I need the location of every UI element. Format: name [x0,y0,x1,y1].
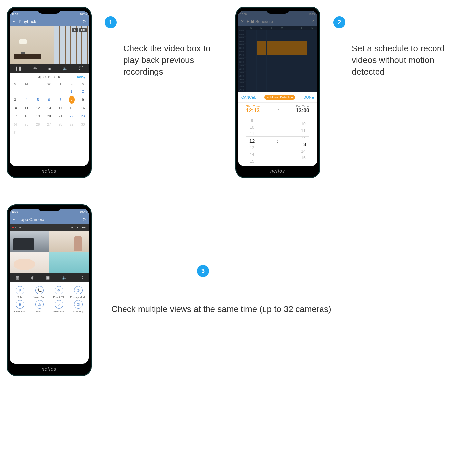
calendar-day[interactable]: 19 [32,112,43,120]
fullscreen-icon[interactable]: ⛶ [79,275,83,280]
phone-brand: neffos [10,364,89,373]
record-icon[interactable]: ▣ [48,66,51,71]
pause-icon[interactable]: ❚❚ [15,66,22,71]
phone-brand: neffos [10,166,89,175]
speed-badge[interactable]: 1x [72,28,78,32]
feature-privacy-mode[interactable]: ⊘Privacy Mode [69,286,87,299]
month-label: 2019-3 [43,75,55,79]
phone-multiview: 12:30 100% ← Tapo Camera ⚙ LIVE AUTO HD [7,204,92,376]
player-toolbar: ❚❚ ◎ ▣ 🔈 ⛶ [10,64,89,73]
feature-pan-&-tilt[interactable]: ✥Pan & Tilt [50,286,68,299]
calendar-day[interactable]: 25 [21,120,32,129]
done-button[interactable]: DONE [303,95,314,99]
hd-badge[interactable]: HD [82,226,86,229]
time-wheel[interactable]: 9101112131415 : 101112131415 [238,116,317,166]
title: Edit Schedule [247,19,273,24]
camera-tile[interactable] [49,252,89,274]
calendar-day[interactable]: 8 [69,96,75,104]
calendar-day[interactable]: 11 [21,104,32,112]
calendar-day[interactable]: 23 [77,112,89,120]
grid-icon[interactable]: ▦ [15,275,19,280]
title: Tapo Camera [19,217,44,222]
camera-tile[interactable] [10,252,49,274]
titlebar-schedule: ✕ Edit Schedule ✓ [238,17,317,26]
calendar-day[interactable]: 14 [55,104,66,112]
cancel-button[interactable]: CANCEL [241,95,256,99]
calendar-day[interactable]: 9 [77,96,89,104]
motion-chip[interactable]: ✦ Motion Detection [264,95,295,100]
feature-voice-call[interactable]: 📞Voice Call [30,286,48,299]
gear-icon[interactable]: ⚙ [82,217,86,222]
calendar-day[interactable]: 4 [21,96,32,104]
feature-memory[interactable]: ⊡Memory [69,300,87,313]
calendar-day [43,129,55,137]
fullscreen-icon[interactable]: ⛶ [79,66,83,71]
calendar-grid[interactable]: SMTWTFS123456789101112131415161718192021… [10,81,89,137]
calendar-day[interactable]: 5 [32,96,43,104]
calendar-day[interactable]: 13 [43,104,55,112]
titlebar-playback: ← Playback ⚙ [10,17,89,26]
check-icon[interactable]: ✓ [311,19,315,24]
dow-header: T [32,81,43,87]
speaker-icon[interactable]: 🔈 [62,275,67,280]
step-badge-1: 1 [105,16,117,28]
calendar-day[interactable]: 21 [55,112,66,120]
start-value[interactable]: 12:13 [246,108,260,114]
camera-tile[interactable] [49,230,89,252]
calendar-day [21,129,32,137]
camera-tile[interactable] [10,230,49,252]
camera-grid[interactable] [10,230,89,273]
feature-alerts[interactable]: ⚠Alerts [30,300,48,313]
end-value[interactable]: 13:00 [296,108,309,114]
time-row: Start Time 12:13 → End Time 13:00 [238,103,317,116]
back-icon[interactable]: ← [12,217,16,222]
speaker-icon[interactable]: 🔈 [63,66,68,71]
camera-icon[interactable]: ◎ [33,66,37,71]
calendar-day[interactable]: 10 [10,104,21,112]
record-icon[interactable]: ▣ [46,275,50,280]
schedule-grid[interactable]: 00:0001:0002:0003:0004:0005:0006:0007:00… [238,30,317,92]
camera-icon[interactable]: ◎ [31,275,34,280]
calendar-day[interactable]: 27 [43,120,55,129]
calendar-day[interactable]: 29 [66,120,77,129]
picker-bar: CANCEL ✦ Motion Detection DONE [238,92,317,103]
caption-3: Check multiple views at the same time (u… [111,303,331,315]
calendar-day[interactable]: 24 [10,120,21,129]
feature-detection[interactable]: ⊕Detection [11,300,29,313]
close-icon[interactable]: ✕ [241,19,244,24]
status-battery: 100% [80,210,87,213]
calendar-day[interactable]: 31 [10,129,21,137]
status-time: 12:30 [240,13,247,15]
calendar-day[interactable]: 1 [66,87,77,96]
next-month-icon[interactable]: ▶ [58,75,61,79]
calendar-day[interactable]: 22 [66,112,77,120]
status-battery: 100% [309,13,315,15]
calendar-day [55,87,66,96]
calendar-day[interactable]: 30 [77,120,89,129]
calendar-day[interactable]: 2 [77,87,89,96]
calendar-day[interactable]: 3 [10,96,21,104]
calendar-day[interactable]: 12 [32,104,43,112]
prev-month-icon[interactable]: ◀ [37,75,40,79]
calendar-day[interactable]: 6 [43,96,55,104]
calendar-day[interactable]: 15 [66,104,77,112]
calendar-day [66,129,77,137]
gear-icon[interactable]: ⚙ [82,19,86,24]
today-link[interactable]: Today [76,75,85,79]
calendar-day[interactable]: 20 [43,112,55,120]
calendar-day[interactable]: 26 [32,120,43,129]
calendar-day [10,87,21,96]
calendar-day[interactable]: 7 [55,96,66,104]
back-icon[interactable]: ← [12,19,16,24]
dow-header: M [21,81,32,87]
video-preview[interactable]: 1x HD [10,26,89,64]
calendar-day[interactable]: 18 [21,112,32,120]
auto-badge[interactable]: AUTO [70,226,78,229]
feature-talk[interactable]: 🎙Talk [11,286,29,299]
calendar-day[interactable]: 28 [55,120,66,129]
hd-badge[interactable]: HD [79,28,87,32]
calendar-day[interactable]: 16 [77,104,89,112]
calendar-day [77,129,89,137]
calendar-day[interactable]: 17 [10,112,21,120]
feature-playback[interactable]: ▷Playback [50,300,68,313]
